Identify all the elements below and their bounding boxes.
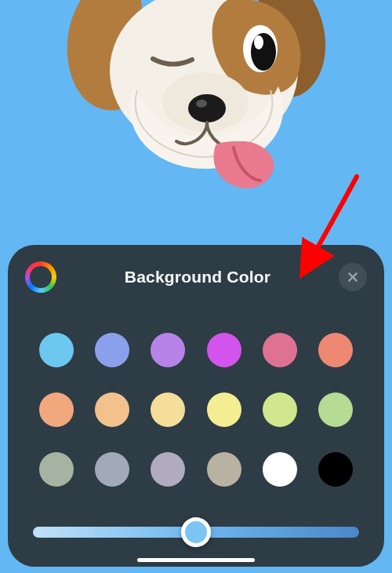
color-swatch-lilac-gray[interactable] [151, 452, 185, 487]
color-swatch-taupe[interactable] [207, 452, 241, 487]
color-swatch-lime[interactable] [263, 392, 297, 427]
color-swatch-apricot[interactable] [95, 392, 129, 427]
svg-point-4 [254, 35, 263, 49]
color-swatch-rose[interactable] [263, 333, 297, 367]
memoji-dog [63, 0, 329, 204]
color-swatch-lavender[interactable] [151, 333, 185, 367]
memoji-preview-area [0, 0, 392, 235]
color-swatch-sage[interactable] [318, 392, 353, 427]
close-icon [347, 271, 359, 283]
color-swatch-white[interactable] [263, 452, 297, 487]
color-swatch-black[interactable] [318, 452, 353, 487]
color-swatch-butter[interactable] [151, 392, 185, 427]
sheet-header: Background Color [25, 259, 367, 295]
slider-thumb[interactable] [181, 517, 211, 547]
color-swatch-moss[interactable] [39, 452, 74, 487]
close-button[interactable] [339, 263, 367, 291]
color-swatch-peach[interactable] [39, 392, 74, 427]
bottom-sheet: Background Color [8, 245, 384, 567]
color-swatch-lemon[interactable] [207, 392, 241, 427]
viewport: Background Color [0, 0, 392, 573]
svg-point-3 [251, 33, 276, 71]
color-wheel-button[interactable] [25, 261, 56, 293]
color-swatch-storm[interactable] [95, 452, 129, 487]
sheet-title: Background Color [125, 268, 270, 286]
color-swatch-grid [25, 333, 367, 487]
color-swatch-sky-blue[interactable] [39, 333, 74, 367]
slider-track [33, 527, 359, 538]
color-swatch-periwinkle[interactable] [95, 333, 129, 367]
home-indicator[interactable] [137, 558, 255, 562]
svg-point-6 [196, 100, 207, 108]
dog-illustration [63, 0, 329, 204]
color-swatch-coral[interactable] [318, 333, 353, 367]
svg-point-5 [188, 94, 226, 122]
color-swatch-magenta[interactable] [207, 333, 241, 367]
brightness-slider[interactable] [25, 516, 367, 548]
